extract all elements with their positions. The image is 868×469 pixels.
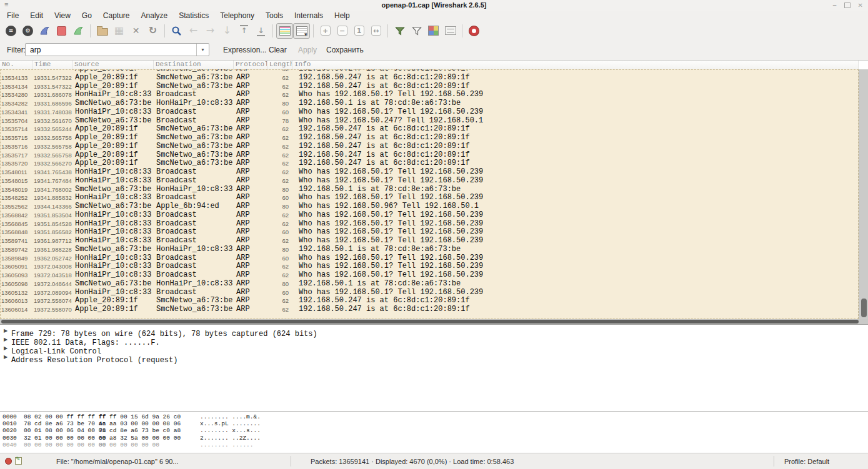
- column-header-length[interactable]: Length: [267, 61, 292, 69]
- column-header-source[interactable]: Source: [72, 61, 154, 69]
- maximize-button[interactable]: [844, 2, 851, 8]
- packet-row[interactable]: 1356884819351.856582HonHaiPr_10:c8:33Bro…: [0, 228, 859, 237]
- menu-telephony[interactable]: Telephony: [214, 11, 260, 21]
- hex-row[interactable]: 004000 00 00 00 00 00 00 0000 00 00 00 0…: [0, 442, 868, 448]
- status-profile[interactable]: Profile: Default: [784, 458, 829, 465]
- expand-arrow-icon[interactable]: ▶: [4, 345, 7, 351]
- stop-capture-button[interactable]: [53, 23, 70, 39]
- packet-row[interactable]: 1354825219341.885832HonHaiPr_10:c8:33Bro…: [0, 194, 859, 202]
- close-button[interactable]: ✕: [858, 2, 863, 9]
- expand-arrow-icon[interactable]: ▶: [4, 328, 7, 333]
- packet-row[interactable]: 1353413319331.547322Apple_20:89:1fSmcNet…: [0, 74, 859, 82]
- packet-row[interactable]: 1353428019331.686078HonHaiPr_10:c8:33Bro…: [0, 91, 859, 99]
- zoom-out-button[interactable]: −: [334, 23, 351, 39]
- resize-columns-button[interactable]: ↔: [367, 23, 384, 39]
- go-forward-button[interactable]: →: [202, 23, 219, 39]
- preferences-button[interactable]: [442, 23, 459, 39]
- clear-button[interactable]: Clear: [269, 46, 287, 54]
- column-header-info[interactable]: Info: [292, 61, 859, 69]
- packet-row[interactable]: 1358984919362.052742HonHaiPr_10:c8:33Bro…: [0, 254, 859, 263]
- expand-arrow-icon[interactable]: ▶: [4, 337, 7, 342]
- detail-tree-row[interactable]: ▶Address Resolution Protocol (request): [0, 353, 868, 362]
- menu-view[interactable]: View: [49, 11, 76, 21]
- capture-filters-button[interactable]: [391, 23, 408, 39]
- packet-row[interactable]: 1353571619332.565758Apple_20:89:1fSmcNet…: [0, 142, 859, 151]
- horizontal-scrollbar[interactable]: [0, 319, 868, 324]
- menu-internals[interactable]: Internals: [289, 11, 329, 21]
- restart-capture-button[interactable]: [70, 23, 87, 39]
- help-button[interactable]: [466, 23, 482, 39]
- filter-dropdown-button[interactable]: ▼: [196, 44, 209, 56]
- packet-row[interactable]: 1353570419332.561670SmcNetwo_a6:73:beBro…: [0, 117, 859, 126]
- save-filter-button[interactable]: Сохранить: [326, 46, 364, 54]
- detail-tree-row[interactable]: ▶Logical-Link Control: [0, 345, 868, 353]
- horizontal-scrollbar-thumb[interactable]: [1, 320, 859, 323]
- expression-button[interactable]: Expression...: [223, 46, 266, 54]
- hex-row[interactable]: 003032 01 00 00 00 00 00 00c0 a8 32 5a 0…: [0, 435, 868, 442]
- packet-row[interactable]: 1353571419332.565244Apple_20:89:1fSmcNet…: [0, 125, 859, 134]
- start-capture-button[interactable]: [36, 23, 53, 39]
- packet-row[interactable]: 1353571719332.565758Apple_20:89:1fSmcNet…: [0, 151, 859, 160]
- packet-row[interactable]: 1353571519332.565758Apple_20:89:1fSmcNet…: [0, 134, 859, 142]
- apply-button[interactable]: Apply: [298, 46, 317, 54]
- coloring-rules-button[interactable]: [425, 23, 442, 39]
- packet-row[interactable]: 1354801919341.768002SmcNetwo_a6:73:beHon…: [0, 185, 859, 194]
- go-back-button[interactable]: ←: [185, 23, 202, 39]
- menu-statistics[interactable]: Statistics: [173, 11, 214, 21]
- packet-row[interactable]: 1353428219331.686596SmcNetwo_a6:73:beHon…: [0, 99, 859, 108]
- packet-row[interactable]: Apple_20:89:1fSmcNetwo_a6:73:beARP62192.…: [0, 69, 859, 74]
- zoom-in-button[interactable]: +: [317, 23, 334, 39]
- packet-row[interactable]: 1360513219372.089094HonHaiPr_10:c8:33Bro…: [0, 289, 859, 297]
- detail-tree-row[interactable]: ▶IEEE 802.11 Data, Flags: ......F.: [0, 336, 868, 345]
- detail-tree-row[interactable]: ▶Frame 729: 78 bytes on wire (624 bits),…: [0, 327, 868, 336]
- packet-row[interactable]: 1353572019332.566270Apple_20:89:1fSmcNet…: [0, 159, 859, 168]
- colorize-packet-list-button[interactable]: [276, 23, 293, 39]
- packet-row[interactable]: 1355256219344.143366SmcNetwo_a6:73:beApp…: [0, 202, 859, 211]
- vertical-scrollbar-thumb[interactable]: [861, 299, 867, 317]
- column-header-no[interactable]: No.: [0, 61, 32, 69]
- find-packet-button[interactable]: [168, 23, 185, 39]
- go-to-bottom-button[interactable]: ↓: [252, 23, 269, 39]
- packet-row[interactable]: 1354801119341.765438HonHaiPr_10:c8:33Bro…: [0, 168, 859, 177]
- expert-info-icon[interactable]: [5, 458, 12, 465]
- menu-edit[interactable]: Edit: [24, 11, 49, 21]
- menu-tools[interactable]: Tools: [260, 11, 289, 21]
- packet-row[interactable]: 1360601319372.558074Apple_20:89:1fSmcNet…: [0, 297, 859, 305]
- vertical-scrollbar[interactable]: [859, 69, 868, 319]
- minimize-button[interactable]: –: [832, 1, 836, 9]
- packet-row[interactable]: 1360601419372.558070Apple_20:89:1fSmcNet…: [0, 305, 859, 314]
- packet-row[interactable]: 1360509819372.048644SmcNetwo_a6:73:beHon…: [0, 280, 859, 289]
- go-to-packet-button[interactable]: ↓: [219, 23, 236, 39]
- packet-row[interactable]: 1358974219361.988228SmcNetwo_a6:73:beHon…: [0, 245, 859, 254]
- packet-row[interactable]: 1353434119331.748038HonHaiPr_10:c8:33Bro…: [0, 108, 859, 117]
- packet-row[interactable]: 1360509119372.043008HonHaiPr_10:c8:33Bro…: [0, 262, 859, 271]
- menu-file[interactable]: File: [1, 11, 24, 21]
- menu-help[interactable]: Help: [329, 11, 356, 21]
- packet-row[interactable]: 1356884219351.853504HonHaiPr_10:c8:33Bro…: [0, 211, 859, 220]
- expand-arrow-icon[interactable]: ▶: [4, 354, 7, 360]
- menu-capture[interactable]: Capture: [97, 11, 136, 21]
- filter-input[interactable]: arp ▼: [25, 43, 209, 56]
- capture-options-button[interactable]: ⚙: [19, 23, 36, 39]
- hex-row[interactable]: 001078 cd 8e a6 73 be 70 4caa aa 03 00 0…: [0, 420, 868, 427]
- packet-row[interactable]: 1358974119361.987712HonHaiPr_10:c8:33Bro…: [0, 237, 859, 245]
- column-header-destination[interactable]: Destination: [154, 61, 234, 69]
- zoom-100-button[interactable]: 1: [351, 23, 367, 39]
- packet-row[interactable]: 1353413419331.547322Apple_20:89:1fSmcNet…: [0, 82, 859, 91]
- menu-analyze[interactable]: Analyze: [136, 11, 174, 21]
- go-to-top-button[interactable]: ↑: [236, 23, 252, 39]
- packet-row[interactable]: 1354801519341.767484HonHaiPr_10:c8:33Bro…: [0, 177, 859, 185]
- auto-scroll-button[interactable]: [293, 23, 310, 39]
- reload-file-button[interactable]: ↻: [144, 23, 161, 39]
- display-filters-button[interactable]: [408, 23, 425, 39]
- menu-go[interactable]: Go: [76, 11, 97, 21]
- packet-row[interactable]: 1356884519351.854528HonHaiPr_10:c8:33Bro…: [0, 220, 859, 229]
- capture-comment-icon[interactable]: [15, 457, 22, 465]
- save-file-button[interactable]: ▦: [111, 23, 127, 39]
- column-header-time[interactable]: Time: [32, 61, 72, 69]
- hex-row[interactable]: 002000 01 08 00 06 04 00 0178 cd 8e a6 7…: [0, 427, 868, 434]
- packet-row[interactable]: 1360509319372.043518HonHaiPr_10:c8:33Bro…: [0, 271, 859, 280]
- column-header-protocol[interactable]: Protocol: [234, 61, 267, 69]
- close-file-button[interactable]: ✕: [127, 23, 144, 39]
- open-file-button[interactable]: [94, 23, 111, 39]
